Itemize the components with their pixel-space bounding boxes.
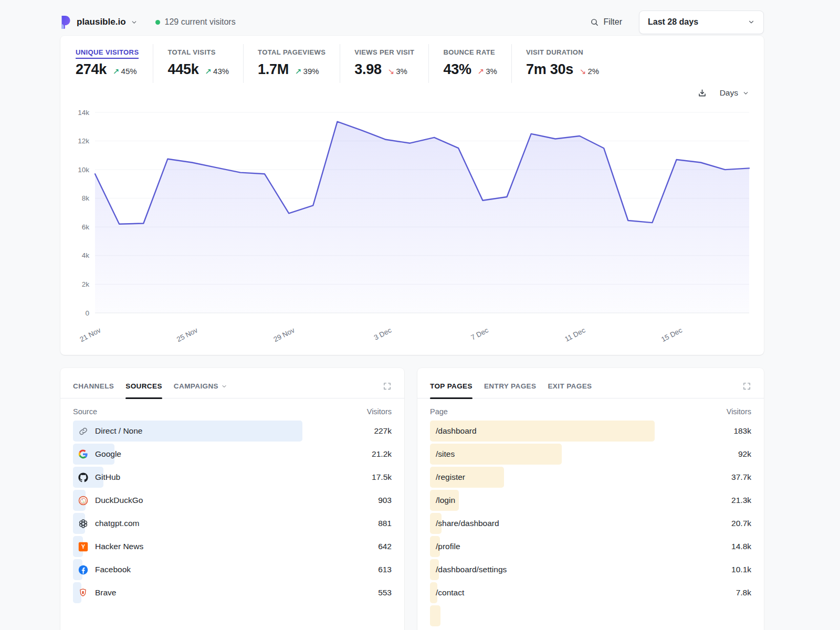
stat-label: VIEWS PER VISIT: [354, 48, 414, 56]
trend-arrow-icon: ↗: [478, 67, 485, 76]
facebook-icon: [78, 564, 88, 575]
expand-icon[interactable]: [383, 382, 392, 391]
tab-top-pages[interactable]: TOP PAGES: [430, 382, 472, 390]
interval-label: Days: [720, 88, 738, 98]
stat-value: 1.7M: [258, 61, 289, 78]
brave-icon: [78, 587, 88, 598]
stat-visit-duration[interactable]: VISIT DURATION7m 30s↘2%: [511, 44, 613, 83]
site-picker[interactable]: plausible.io: [60, 15, 138, 29]
chatgpt-icon: [78, 518, 88, 529]
hackernews-icon: Y: [78, 541, 88, 552]
stats-row: UNIQUE VISITORS274k↗45%TOTAL VISITS445k↗…: [60, 44, 764, 83]
tab-channels[interactable]: CHANNELS: [73, 382, 114, 390]
page-row-sharedashboard[interactable]: /share/dashboard20.7k: [430, 513, 751, 534]
live-dot-icon: [155, 20, 160, 25]
stat-change: ↗3%: [478, 67, 497, 76]
stat-total-visits[interactable]: TOTAL VISITS445k↗43%: [153, 44, 243, 83]
date-range-picker[interactable]: Last 28 days: [639, 10, 764, 34]
source-row-chatgpt[interactable]: chatgpt.com 881: [73, 513, 392, 534]
pages-panel: TOP PAGES ENTRY PAGES EXIT PAGES Page Vi…: [417, 368, 764, 630]
page-row-sites[interactable]: /sites92k: [430, 444, 751, 465]
stat-value: 3.98: [354, 61, 381, 78]
page-row-dashboard[interactable]: /dashboard183k: [430, 421, 751, 442]
stat-unique-visitors[interactable]: UNIQUE VISITORS274k↗45%: [61, 44, 153, 83]
svg-text:3 Dec: 3 Dec: [373, 326, 393, 341]
dashboard: plausible.io 129 current visitors Filter…: [60, 0, 764, 630]
page-row-profile[interactable]: /profile14.8k: [430, 536, 751, 557]
google-icon: [78, 449, 88, 459]
stat-change: ↗45%: [113, 67, 137, 76]
search-icon: [590, 18, 599, 27]
source-row-github[interactable]: GitHub 17.5k: [73, 467, 392, 488]
interval-picker[interactable]: Days: [720, 88, 749, 98]
sources-list: Direct / None 227k Google 21.2k: [73, 421, 392, 603]
trend-arrow-icon: ↘: [580, 67, 586, 76]
trend-arrow-icon: ↗: [113, 67, 120, 76]
svg-text:21 Nov: 21 Nov: [78, 326, 102, 343]
visitors-chart[interactable]: 02k4k6k8k10k12k14k21 Nov25 Nov29 Nov3 De…: [60, 101, 764, 348]
filter-button[interactable]: Filter: [590, 17, 622, 27]
sources-panel: CHANNELS SOURCES CAMPAIGNS Source Visito…: [60, 368, 404, 630]
sources-tabs: CHANNELS SOURCES CAMPAIGNS: [73, 382, 227, 390]
tab-entry-pages[interactable]: ENTRY PAGES: [484, 382, 536, 390]
stat-views-per-visit[interactable]: VIEWS PER VISIT3.98↘3%: [340, 44, 428, 83]
overview-card: UNIQUE VISITORS274k↗45%TOTAL VISITS445k↗…: [60, 36, 764, 355]
trend-arrow-icon: ↗: [295, 67, 302, 76]
pages-col-header: Page: [430, 407, 448, 416]
page-row-login[interactable]: /login21.3k: [430, 490, 751, 511]
tab-campaigns[interactable]: CAMPAIGNS: [174, 382, 227, 390]
current-visitors[interactable]: 129 current visitors: [155, 17, 236, 27]
source-row-duckduckgo[interactable]: DuckDuckGo 903: [73, 490, 392, 511]
source-row-hackernews[interactable]: Y Hacker News 642: [73, 536, 392, 557]
svg-text:7 Dec: 7 Dec: [469, 326, 489, 341]
tab-exit-pages[interactable]: EXIT PAGES: [548, 382, 592, 390]
expand-icon[interactable]: [742, 382, 751, 391]
stat-value: 445k: [167, 61, 198, 78]
page-row-partial[interactable]: [430, 605, 751, 626]
stat-label: TOTAL PAGEVIEWS: [258, 48, 326, 56]
chevron-down-icon: [221, 383, 227, 390]
chevron-down-icon: [742, 90, 749, 97]
current-visitors-label: 129 current visitors: [165, 17, 236, 27]
stat-label: UNIQUE VISITORS: [76, 48, 139, 59]
svg-text:15 Dec: 15 Dec: [660, 326, 684, 343]
stat-label: BOUNCE RATE: [443, 48, 495, 56]
source-row-google[interactable]: Google 21.2k: [73, 444, 392, 465]
svg-text:2k: 2k: [82, 280, 90, 288]
chart-controls: Days: [60, 83, 764, 101]
pages-tabs: TOP PAGES ENTRY PAGES EXIT PAGES: [430, 382, 592, 390]
page-row-contact[interactable]: /contact7.8k: [430, 582, 751, 603]
svg-text:4k: 4k: [82, 251, 90, 259]
download-icon: [697, 88, 707, 98]
plausible-logo-icon: [60, 15, 72, 29]
svg-text:10k: 10k: [78, 166, 89, 174]
stat-value: 7m 30s: [526, 61, 573, 78]
svg-text:Y: Y: [81, 543, 85, 550]
page-row-dashboardsettings[interactable]: /dashboard/settings10.1k: [430, 559, 751, 580]
chevron-down-icon: [748, 18, 755, 26]
date-range-value: Last 28 days: [648, 17, 698, 27]
source-row-brave[interactable]: Brave 553: [73, 582, 392, 603]
page-row-register[interactable]: /register37.7k: [430, 467, 751, 488]
stat-label: TOTAL VISITS: [167, 48, 215, 56]
trend-arrow-icon: ↗: [205, 67, 212, 76]
stat-bounce-rate[interactable]: BOUNCE RATE43%↗3%: [428, 44, 511, 83]
svg-text:29 Nov: 29 Nov: [272, 326, 296, 343]
svg-text:14k: 14k: [78, 109, 89, 117]
stat-total-pageviews[interactable]: TOTAL PAGEVIEWS1.7M↗39%: [243, 44, 340, 83]
trend-arrow-icon: ↘: [388, 67, 395, 76]
source-row-facebook[interactable]: Facebook 613: [73, 559, 392, 580]
source-row-direct[interactable]: Direct / None 227k: [73, 421, 392, 442]
site-name: plausible.io: [77, 17, 126, 27]
github-icon: [78, 472, 88, 482]
svg-text:0: 0: [85, 309, 89, 317]
stat-change: ↗43%: [205, 67, 229, 76]
top-bar: plausible.io 129 current visitors Filter…: [60, 0, 764, 34]
visitors-col-header: Visitors: [727, 407, 751, 416]
visitors-col-header: Visitors: [367, 407, 392, 416]
download-button[interactable]: [697, 88, 707, 98]
svg-text:25 Nov: 25 Nov: [175, 326, 199, 343]
chevron-down-icon: [131, 19, 138, 26]
stat-change: ↘3%: [388, 67, 407, 76]
tab-sources[interactable]: SOURCES: [125, 382, 162, 390]
